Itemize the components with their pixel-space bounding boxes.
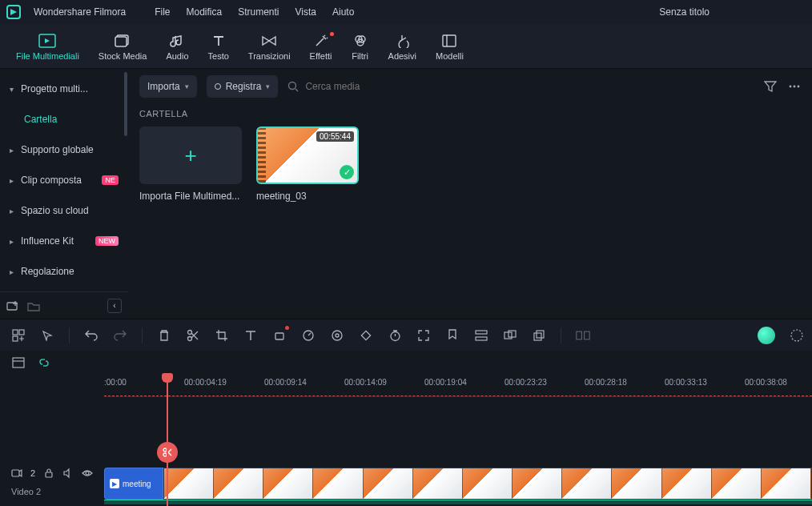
keyframe-icon[interactable] xyxy=(359,328,373,343)
visibility-icon[interactable] xyxy=(82,468,93,479)
playhead[interactable] xyxy=(167,375,168,506)
search-field[interactable] xyxy=(287,81,754,92)
sidebar-item-cloud[interactable]: ▸Spazio su cloud xyxy=(0,195,128,226)
collapse-sidebar-button[interactable]: ‹ xyxy=(107,299,122,313)
audio-track[interactable] xyxy=(104,500,812,504)
new-badge: NE xyxy=(102,175,119,185)
layers-icon[interactable] xyxy=(532,328,546,343)
text-tool-icon[interactable] xyxy=(243,328,258,343)
filters-icon xyxy=(352,32,369,50)
tab-effects[interactable]: Effetti xyxy=(300,29,342,64)
ruler-tick: 00:00:33:13 xyxy=(665,378,707,387)
title-bar: Wondershare Filmora File Modifica Strume… xyxy=(0,0,812,24)
svg-point-33 xyxy=(791,330,802,341)
menu-help[interactable]: Aiuto xyxy=(332,6,354,18)
svg-rect-37 xyxy=(46,472,52,477)
svg-rect-32 xyxy=(585,331,590,339)
delete-icon[interactable] xyxy=(157,328,171,343)
sidebar-scrollbar[interactable] xyxy=(123,72,128,288)
tab-audio[interactable]: Audio xyxy=(156,29,198,64)
transitions-icon xyxy=(260,32,278,50)
svg-rect-29 xyxy=(534,333,541,340)
mute-icon[interactable] xyxy=(62,468,74,479)
video-track-header[interactable]: 2 xyxy=(0,463,104,484)
track-name: Video 2 xyxy=(0,484,104,496)
timeline-toolbar xyxy=(0,319,812,351)
effects-icon xyxy=(312,32,330,50)
check-icon: ✓ xyxy=(340,165,354,179)
add-track-icon[interactable] xyxy=(11,328,26,343)
svg-rect-14 xyxy=(13,330,18,335)
tab-media[interactable]: File Multimediali xyxy=(6,29,89,64)
tab-transitions[interactable]: Transizioni xyxy=(239,29,300,64)
sidebar-item-compound-clip[interactable]: ▸Clip compostaNE xyxy=(0,165,128,195)
clip-thumbnails xyxy=(163,468,812,500)
clip-label: meeting xyxy=(123,480,151,488)
search-input[interactable] xyxy=(305,81,754,92)
audio-icon xyxy=(168,32,186,50)
sidebar-item-adjustment[interactable]: ▸Regolazione xyxy=(0,256,128,287)
menu-bar: File Modifica Strumenti Vista Aiuto xyxy=(155,6,354,18)
menu-tools[interactable]: Strumenti xyxy=(238,6,279,18)
sidebar-item-influence-kit[interactable]: ▸Influence KitNEW xyxy=(0,226,128,256)
menu-file[interactable]: File xyxy=(155,6,170,18)
redo-icon[interactable] xyxy=(113,328,127,343)
ruler-tick: 00:00:23:23 xyxy=(504,378,547,387)
menu-edit[interactable]: Modifica xyxy=(187,6,223,18)
cursor-icon[interactable] xyxy=(40,328,54,343)
folder-icon[interactable] xyxy=(27,299,40,312)
record-tool-icon[interactable] xyxy=(272,328,287,343)
svg-point-9 xyxy=(289,82,296,90)
main-tabs: File Multimediali Stock Media Audio Test… xyxy=(0,24,812,69)
filmstrip-icon xyxy=(258,128,266,183)
menu-view[interactable]: Vista xyxy=(295,6,316,18)
media-clip-card[interactable]: 00:55:44 ✓ meeting_03 xyxy=(256,127,359,202)
auto-reframe-icon[interactable] xyxy=(576,328,590,343)
tab-templates[interactable]: Modelli xyxy=(426,29,473,64)
clip-head[interactable]: ▶ meeting xyxy=(104,468,163,500)
timeline-ruler[interactable]: :00:00 00:00:04:19 00:00:09:14 00:00:14:… xyxy=(104,375,812,397)
filter-icon[interactable] xyxy=(764,80,777,93)
more-icon[interactable] xyxy=(788,80,801,93)
timeline-body: 2 Video 2 ▶ meeting xyxy=(0,397,812,506)
chevron-right-icon: ▸ xyxy=(10,146,16,155)
svg-rect-6 xyxy=(443,35,456,46)
ai-assistant-icon[interactable] xyxy=(758,327,775,344)
timeline-tracks[interactable]: ▶ meeting xyxy=(104,397,812,506)
tab-stock-media[interactable]: Stock Media xyxy=(89,29,157,64)
text-icon xyxy=(210,32,227,50)
tab-text[interactable]: Testo xyxy=(199,29,239,64)
speed-icon[interactable] xyxy=(301,328,316,343)
marker-icon[interactable] xyxy=(445,328,460,343)
crop-icon[interactable] xyxy=(215,328,229,343)
video-track-clip[interactable]: ▶ meeting xyxy=(104,468,812,500)
split-icon[interactable] xyxy=(186,328,200,343)
ruler-tick: :00:00 xyxy=(104,378,127,387)
svg-point-38 xyxy=(86,472,89,475)
undo-icon[interactable] xyxy=(84,328,98,343)
new-folder-icon[interactable] xyxy=(6,299,19,312)
sidebar-item-global-support[interactable]: ▸Supporto globale xyxy=(0,135,128,165)
media-icon xyxy=(38,32,56,50)
svg-rect-23 xyxy=(361,331,370,339)
track-control-icon[interactable] xyxy=(474,328,488,343)
ruler-tick: 00:00:04:19 xyxy=(184,378,227,387)
tab-stickers[interactable]: Adesivi xyxy=(379,29,426,64)
camera-icon xyxy=(11,468,22,479)
import-media-card[interactable]: + Importa File Multimed... xyxy=(139,127,242,202)
color-icon[interactable] xyxy=(330,328,344,343)
settings-gear-icon[interactable] xyxy=(790,328,804,343)
sidebar-item-folder[interactable]: Cartella xyxy=(0,104,128,135)
timer-icon[interactable] xyxy=(388,328,402,343)
tab-filters[interactable]: Filtri xyxy=(342,29,379,64)
expand-icon[interactable] xyxy=(416,328,431,343)
group-icon[interactable] xyxy=(503,328,517,343)
svg-point-18 xyxy=(188,336,192,340)
sidebar-item-project[interactable]: ▾Progetto multi... xyxy=(0,74,128,104)
lock-icon[interactable] xyxy=(43,468,54,479)
record-button[interactable]: Registra▾ xyxy=(207,75,279,98)
timeline-view-icon[interactable] xyxy=(11,355,26,370)
link-icon[interactable] xyxy=(37,355,51,370)
app-name: Wondershare Filmora xyxy=(34,6,126,18)
import-button[interactable]: Importa▾ xyxy=(139,75,197,98)
